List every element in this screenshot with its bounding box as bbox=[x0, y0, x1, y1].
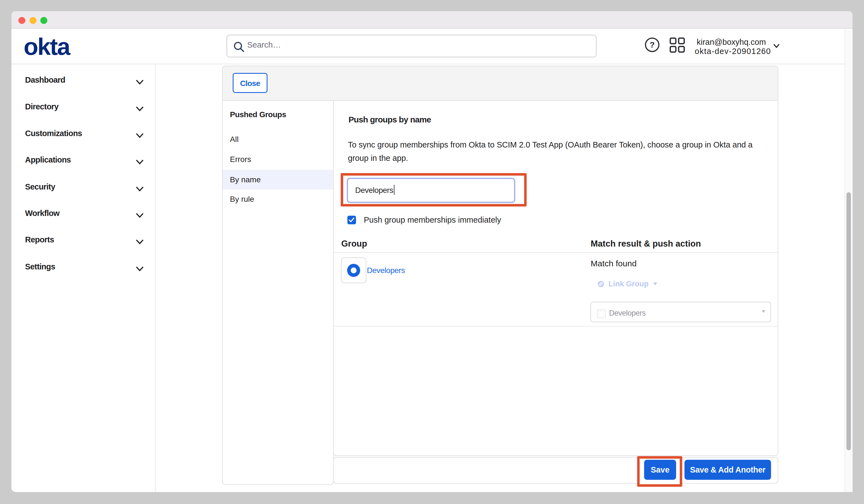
svg-text:?: ? bbox=[650, 40, 655, 49]
